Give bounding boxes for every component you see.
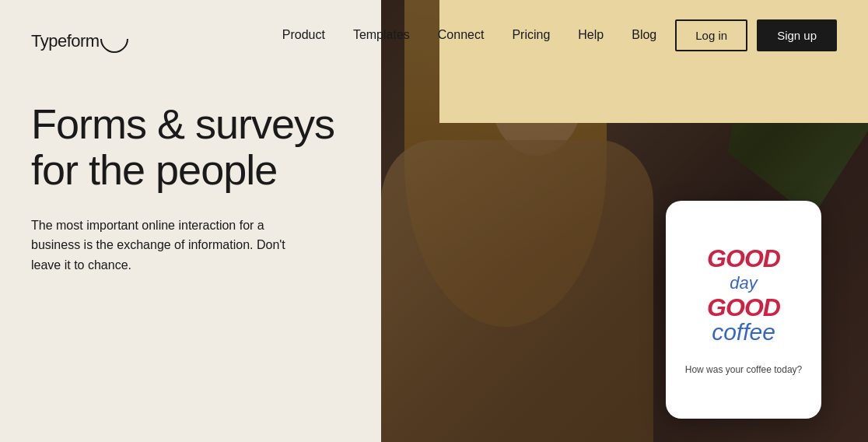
logo-circle-icon [95, 19, 135, 59]
good-text-1: GOOD [707, 244, 780, 273]
signup-button[interactable]: Sign up [757, 19, 837, 51]
hero-subtitle: The most important online interaction fo… [31, 216, 296, 275]
login-button[interactable]: Log in [675, 19, 747, 51]
nav-item-help[interactable]: Help [578, 28, 604, 42]
main-nav: Product Templates Connect Pricing Help B… [282, 28, 657, 42]
nav-item-templates[interactable]: Templates [353, 28, 410, 42]
coffee-branding: GOOD day GOOD coffee [707, 244, 780, 346]
hero-title: Forms & surveys for the people [31, 101, 350, 194]
brand-name: Typeform [31, 31, 100, 51]
nav-item-blog[interactable]: Blog [632, 28, 656, 42]
nav-item-product[interactable]: Product [282, 28, 325, 42]
good-text-2: GOOD [707, 293, 780, 322]
coffee-text: coffee [707, 319, 780, 346]
logo[interactable]: Typeform [31, 19, 131, 51]
survey-question: How was your coffee today? [685, 364, 803, 375]
phone-card: GOOD day GOOD coffee How was your coffee… [666, 201, 821, 419]
header: Typeform Product Templates Connect Prici… [0, 0, 868, 70]
day-text: day [707, 273, 780, 293]
nav-item-connect[interactable]: Connect [438, 28, 485, 42]
nav-item-pricing[interactable]: Pricing [512, 28, 550, 42]
header-actions: Log in Sign up [675, 19, 837, 51]
